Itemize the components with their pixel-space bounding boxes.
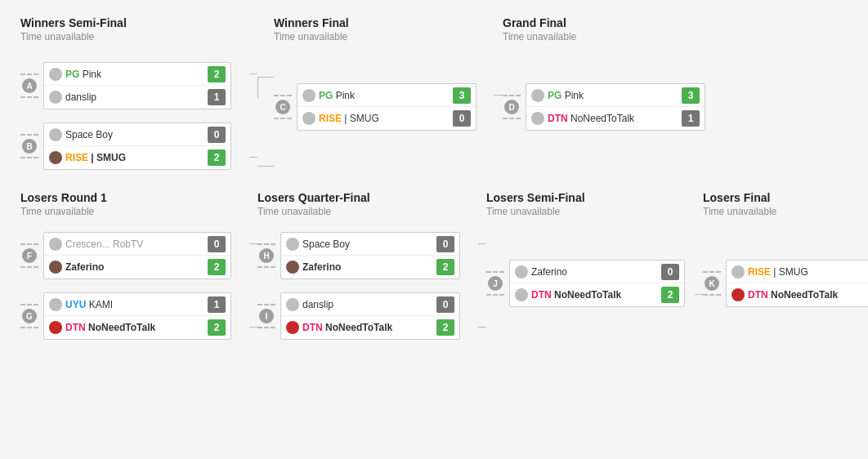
player-name: DTN NoNeedToTalk	[748, 289, 868, 301]
avatar	[515, 265, 528, 279]
round-title: Winners Final	[274, 16, 494, 29]
avatar	[286, 261, 299, 274]
match-c[interactable]: PG Pink 3 RISE | SMUG 0	[297, 83, 477, 131]
match-j[interactable]: Zaferino 0 DTN NoNeedToTalk 2	[509, 260, 685, 307]
round-title: Losers Semi-Final	[486, 191, 695, 204]
player-name: PG Pink	[319, 90, 453, 101]
avatar	[515, 288, 528, 301]
player-name: DTN NoNeedToTalk	[302, 322, 436, 333]
avatar	[302, 89, 315, 102]
losers-final-col: Losers Final Time unavailable K RISE | S…	[703, 191, 868, 346]
match-g[interactable]: UYU KAMI 1 DTN NoNeedToTalk 2	[43, 292, 231, 340]
round-time: Time unavailable	[503, 31, 715, 42]
round-header: Losers Round 1 Time unavailable	[20, 191, 249, 217]
match-a[interactable]: PG Pink 2 danslip 1	[43, 62, 231, 109]
avatar	[49, 321, 62, 334]
score: 2	[208, 259, 226, 275]
player-row: DTN NoNeedToTalk 2	[44, 316, 230, 339]
player-name: Zaferino	[531, 266, 661, 278]
round-header: Losers Semi-Final Time unavailable	[486, 191, 695, 217]
player-row: UYU KAMI 1	[44, 293, 230, 316]
score: 2	[661, 287, 679, 303]
round-title: Losers Final	[703, 191, 868, 204]
avatar	[49, 151, 62, 164]
avatar	[732, 265, 745, 279]
round-title: Grand Final	[503, 16, 715, 29]
losers-round1-col: Losers Round 1 Time unavailable F Cresce…	[20, 191, 257, 346]
round-time: Time unavailable	[20, 206, 249, 217]
match-k[interactable]: RISE | SMUG 0 DTN NoNeedToTalk 3	[726, 260, 868, 307]
score: 2	[436, 319, 454, 336]
score: 0	[661, 264, 679, 280]
score: 3	[682, 87, 700, 104]
player-name: danslip	[302, 299, 436, 310]
player-row: RISE | SMUG 0	[298, 107, 476, 130]
player-row: PG Pink 2	[44, 63, 230, 86]
match-h[interactable]: Space Boy 0 Zaferino 2	[280, 232, 460, 279]
player-row: DTN NoNeedToTalk 3	[727, 283, 868, 306]
player-row: Space Boy 0	[281, 233, 459, 256]
match-g-wrapper: G UYU KAMI 1 DTN NoNeedToTalk 2	[43, 292, 249, 340]
avatar	[49, 128, 62, 141]
avatar	[531, 89, 544, 102]
player-name: Space Boy	[65, 129, 208, 140]
match-label-g: G	[22, 309, 37, 323]
losers-sf-col: Losers Semi-Final Time unavailable J Zaf…	[486, 191, 703, 346]
avatar	[286, 321, 299, 334]
score: 1	[208, 89, 226, 105]
match-d-wrapper: D PG Pink 3 DTN NoNeedToTalk 1	[526, 83, 715, 131]
score: 0	[208, 127, 226, 143]
score: 0	[436, 296, 454, 313]
match-b-wrapper: B Space Boy 0 RISE | SMUG 2	[43, 123, 249, 170]
match-i-wrapper: I danslip 0 DTN NoNeedToTalk 2	[280, 292, 478, 340]
match-label-a: A	[22, 78, 37, 93]
avatar	[49, 91, 62, 104]
player-row: PG Pink 3	[526, 84, 705, 107]
score: 2	[208, 319, 226, 336]
player-name: Zaferino	[65, 261, 208, 273]
match-a-wrapper: A PG Pink 2 danslip 1	[43, 62, 249, 109]
player-name: PG Pink	[548, 90, 682, 101]
match-label-b: B	[22, 139, 37, 154]
player-name: RISE | SMUG	[319, 113, 453, 124]
match-b[interactable]: Space Boy 0 RISE | SMUG 2	[43, 123, 231, 170]
round-header: Losers Quarter-Final Time unavailable	[257, 191, 478, 217]
round-title: Winners Semi-Final	[20, 16, 249, 29]
avatar	[49, 261, 62, 274]
winners-semi-final-col: Winners Semi-Final Time unavailable A PG…	[20, 16, 257, 176]
avatar	[302, 112, 315, 125]
player-name: Crescen... RobTV	[65, 238, 208, 250]
player-row: DTN NoNeedToTalk 2	[281, 316, 459, 339]
player-row: DTN NoNeedToTalk 2	[510, 283, 684, 306]
match-f[interactable]: Crescen... RobTV 0 Zaferino 2	[43, 232, 231, 279]
round-time: Time unavailable	[274, 31, 494, 42]
match-f-wrapper: F Crescen... RobTV 0 Zaferino 2	[43, 232, 249, 279]
score: 2	[208, 66, 226, 82]
player-name: DTN NoNeedToTalk	[531, 289, 661, 301]
winners-final-col: Winners Final Time unavailable C PG Pink…	[274, 16, 503, 176]
round-header: Grand Final Time unavailable	[503, 16, 715, 42]
score: 0	[436, 236, 454, 252]
player-name: RISE | SMUG	[65, 152, 208, 163]
round-time: Time unavailable	[20, 31, 249, 42]
round-time: Time unavailable	[257, 206, 478, 217]
match-i[interactable]: danslip 0 DTN NoNeedToTalk 2	[280, 292, 460, 340]
avatar	[49, 298, 62, 311]
player-name: RISE | SMUG	[748, 266, 868, 278]
match-d[interactable]: PG Pink 3 DTN NoNeedToTalk 1	[526, 83, 705, 131]
match-label-i: I	[259, 309, 274, 323]
match-label-h: H	[259, 248, 274, 263]
player-row: PG Pink 3	[298, 84, 476, 107]
avatar	[49, 68, 62, 81]
round-time: Time unavailable	[703, 206, 868, 217]
round-title: Losers Round 1	[20, 191, 249, 204]
losers-section: Losers Round 1 Time unavailable F Cresce…	[20, 191, 848, 346]
score: 2	[208, 149, 226, 166]
player-name: Space Boy	[302, 238, 436, 250]
score: 3	[453, 87, 471, 104]
avatar	[732, 288, 745, 301]
avatar	[286, 238, 299, 251]
match-c-wrapper: C PG Pink 3 RISE | SMUG 0	[297, 83, 494, 131]
match-j-wrapper: J Zaferino 0 DTN NoNeedToTalk 2	[509, 260, 695, 307]
match-k-wrapper: K RISE | SMUG 0 DTN NoNeedToTalk 3	[726, 260, 868, 307]
